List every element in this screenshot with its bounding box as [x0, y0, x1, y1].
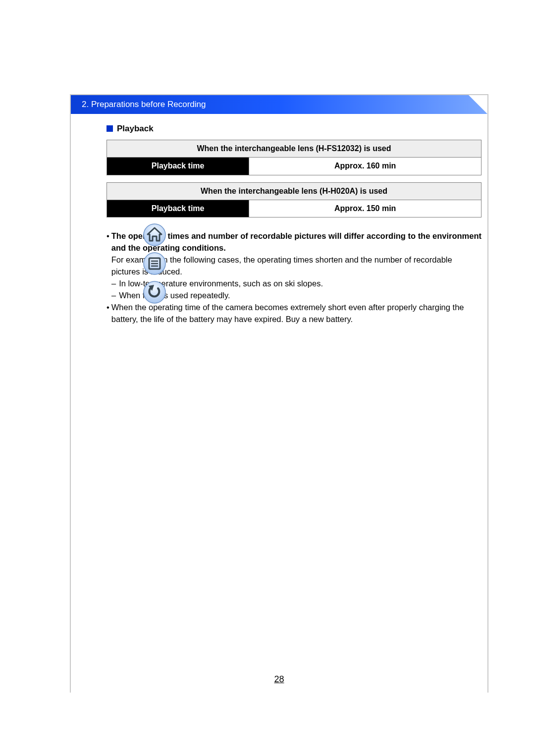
home-icon[interactable]	[143, 223, 166, 246]
dash-icon: –	[111, 290, 116, 302]
section-header: 2. Preparations before Recording	[71, 95, 487, 114]
bullet-dot-icon: •	[107, 230, 109, 278]
page-number[interactable]: 28	[71, 674, 487, 685]
nav-icon-bar	[143, 223, 170, 310]
section-title: Preparations before Recording	[91, 100, 206, 109]
table-cell-value: Approx. 160 min	[249, 158, 482, 175]
svg-point-6	[144, 281, 165, 303]
table-caption: When the interchangeable lens (H-FS12032…	[107, 140, 482, 157]
bullet-dot-icon: •	[107, 302, 109, 325]
back-icon[interactable]	[143, 281, 166, 304]
table-cell-value: Approx. 150 min	[249, 200, 482, 217]
subsection-heading: Playback	[107, 123, 482, 135]
dash-icon: –	[111, 278, 116, 290]
section-number: 2.	[82, 100, 89, 109]
subsection-title: Playback	[117, 124, 154, 133]
content-area: Playback When the interchangeable lens (…	[71, 123, 487, 325]
spec-table-1: When the interchangeable lens (H-FS12032…	[107, 140, 482, 175]
note-line: When flash is used repeatedly.	[119, 290, 230, 302]
table-cell-label: Playback time	[107, 158, 249, 175]
square-marker-icon	[107, 125, 113, 132]
page: 2. Preparations before Recording	[70, 95, 488, 693]
table-caption: When the interchangeable lens (H-H020A) …	[107, 182, 482, 200]
table-cell-label: Playback time	[107, 200, 249, 217]
spec-table-2: When the interchangeable lens (H-H020A) …	[107, 182, 482, 218]
toc-icon[interactable]	[143, 252, 166, 275]
